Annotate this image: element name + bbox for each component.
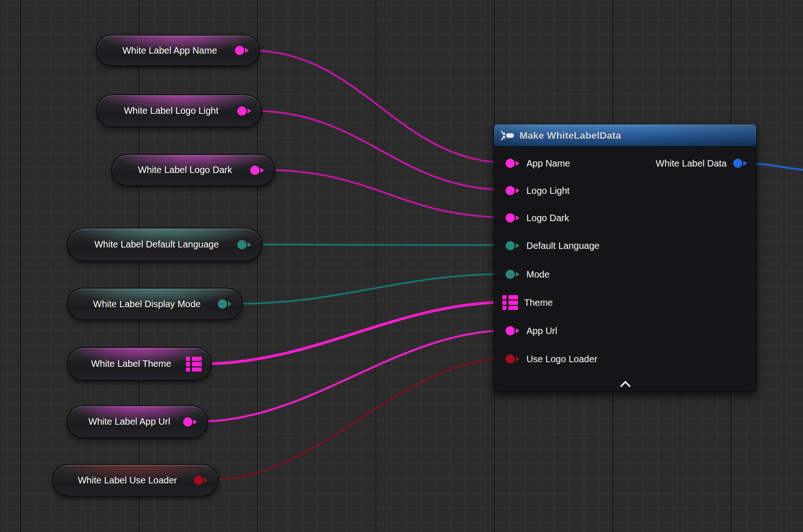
input-pin-label: Default Language	[526, 241, 599, 251]
make-node-title: Make WhiteLabelData	[519, 130, 621, 141]
input-pin-label: Mode	[526, 269, 550, 280]
input-pin-7-icon[interactable]	[505, 353, 520, 365]
make-whitelabeldata-node[interactable]: Make WhiteLabelData App NameLogo LightLo…	[494, 124, 757, 392]
collapse-pins-button[interactable]	[615, 379, 636, 389]
chevron-up-icon	[620, 381, 631, 387]
getter-node-label: White Label Display Mode	[81, 299, 217, 309]
input-pin-label: App Name	[526, 158, 570, 169]
input-row-app-name: App Name	[505, 155, 570, 171]
wire-white-label-theme[interactable]	[202, 302, 510, 364]
input-pin-label: Logo Dark	[526, 213, 569, 223]
wire-white-label-app-name[interactable]	[250, 50, 510, 163]
output-row-white-label-data: White Label Data	[656, 155, 748, 171]
getter-node-white-label-app-name[interactable]: White Label App Name	[96, 35, 260, 66]
wire-white-label-logo-light[interactable]	[252, 111, 510, 191]
input-pin-3-icon[interactable]	[505, 240, 520, 251]
white-label-logo-dark-output-pin-icon[interactable]	[250, 165, 265, 176]
getter-node-label: White Label App Name	[110, 45, 235, 56]
getter-node-label: White Label Logo Dark	[125, 165, 250, 175]
white-label-theme-struct-pin-icon[interactable]	[186, 357, 202, 371]
input-row-use-logo-loader: Use Logo Loader	[505, 351, 597, 367]
wire-white-label-use-loader[interactable]	[209, 359, 510, 480]
input-row-logo-light: Logo Light	[505, 183, 569, 198]
output-pin-white-label-data-icon[interactable]	[733, 158, 748, 169]
input-pin-label: Theme	[524, 297, 553, 308]
input-pin-6-icon[interactable]	[505, 325, 520, 336]
wire-white-label-default-language[interactable]	[252, 245, 510, 246]
input-row-app-url: App Url	[505, 323, 557, 339]
input-pin-4-icon[interactable]	[505, 269, 520, 280]
getter-node-white-label-logo-light[interactable]: White Label Logo Light	[96, 94, 262, 127]
getter-node-white-label-app-url[interactable]: White Label App Url	[67, 405, 208, 438]
wire-white-label-display-mode[interactable]	[233, 274, 510, 304]
white-label-default-language-output-pin-icon[interactable]	[237, 239, 252, 250]
getter-node-label: White Label Logo Light	[110, 105, 237, 116]
getter-node-label: White Label App Url	[80, 416, 183, 427]
input-pin-label: Logo Light	[526, 186, 569, 196]
input-pin-0-icon[interactable]	[505, 158, 520, 169]
white-label-app-url-output-pin-icon[interactable]	[183, 416, 198, 427]
output-pin-label: White Label Data	[656, 158, 727, 169]
input-pin-1-icon[interactable]	[505, 185, 520, 196]
getter-node-white-label-logo-dark[interactable]: White Label Logo Dark	[111, 154, 275, 186]
getter-node-white-label-theme[interactable]: White Label Theme	[67, 347, 212, 381]
input-pin-label: App Url	[526, 326, 557, 336]
wire-white-label-logo-dark[interactable]	[265, 170, 510, 218]
input-pin-2-icon[interactable]	[505, 212, 520, 223]
getter-node-white-label-use-loader[interactable]: White Label Use Loader	[52, 464, 219, 496]
white-label-logo-light-output-pin-icon[interactable]	[237, 105, 252, 117]
input-row-mode: Mode	[505, 266, 550, 282]
input-row-logo-dark: Logo Dark	[505, 210, 569, 226]
make-node-header: Make WhiteLabelData	[494, 124, 756, 146]
make-struct-icon	[500, 130, 514, 141]
wire-white-label-app-url[interactable]	[198, 330, 510, 422]
getter-node-white-label-display-mode[interactable]: White Label Display Mode	[67, 288, 243, 320]
input-row-theme: Theme	[502, 295, 553, 310]
getter-node-label: White Label Default Language	[81, 239, 237, 250]
getter-node-label: White Label Theme	[81, 359, 186, 369]
getter-node-label: White Label Use Loader	[66, 475, 193, 486]
white-label-app-name-output-pin-icon[interactable]	[235, 45, 250, 56]
input-row-default-language: Default Language	[505, 238, 599, 254]
input-pin-theme-struct-icon[interactable]	[502, 295, 518, 310]
white-label-display-mode-output-pin-icon[interactable]	[217, 298, 233, 309]
white-label-use-loader-output-pin-icon[interactable]	[193, 475, 209, 486]
input-pin-label: Use Logo Loader	[526, 354, 597, 365]
getter-node-white-label-default-language[interactable]: White Label Default Language	[67, 228, 262, 261]
blueprint-canvas[interactable]: Make WhiteLabelData App NameLogo LightLo…	[0, 0, 803, 532]
